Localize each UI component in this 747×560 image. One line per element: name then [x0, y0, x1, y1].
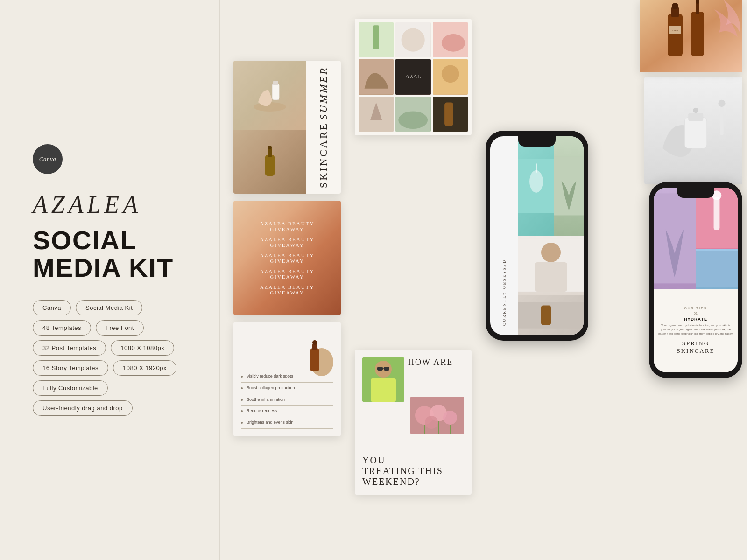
benefit-dot-3 — [241, 399, 243, 401]
obs-teal-section — [518, 136, 554, 236]
svg-point-41 — [529, 170, 543, 193]
tag-1080-sq: 1080 X 1080px — [111, 340, 174, 356]
svg-point-28 — [693, 108, 698, 113]
svg-rect-46 — [535, 262, 567, 292]
spring-desc-text: Your organs need hydration to function, … — [658, 323, 733, 336]
obsessed-text: CURRENTLY OBSESSED — [502, 259, 507, 326]
hand-serum-illustration — [251, 79, 289, 112]
person-photo-illustration — [362, 357, 404, 402]
how-title-section: HOW ARE — [408, 357, 464, 368]
svg-point-23 — [399, 111, 428, 129]
how-title-text: HOW ARE — [408, 357, 464, 368]
product-bar-illustration — [518, 295, 584, 335]
svg-rect-37 — [691, 12, 704, 56]
person-illustration — [518, 236, 584, 295]
how-flowers-photo — [410, 397, 464, 434]
mosaic-cell-1 — [359, 22, 394, 57]
svg-rect-29 — [720, 104, 724, 135]
bottle-illustration — [296, 329, 333, 376]
tag-16-story: 16 Story Templates — [33, 360, 108, 376]
tag-canva: Canva — [33, 300, 71, 315]
phone-screen-spring: OUR TIPS 01 HYDRATE Your organs need hyd… — [654, 188, 738, 372]
svg-rect-2 — [273, 81, 278, 85]
kit-title-line2: MEDIA KIT — [33, 254, 191, 282]
tag-48-templates: 48 Templates — [33, 320, 91, 336]
svg-rect-11 — [373, 25, 379, 49]
how-subtitle: YOUTREATING THISWEEKEND? — [362, 455, 464, 487]
svg-rect-38 — [696, 2, 699, 14]
spring-screen-layout: OUR TIPS 01 HYDRATE Your organs need hyd… — [654, 188, 738, 372]
tag-1080-tall: 1080 X 1920px — [113, 360, 176, 376]
svg-point-63 — [443, 411, 457, 425]
canva-badge: Canva — [33, 144, 63, 174]
how-top-section: HOW ARE — [362, 357, 464, 402]
svg-text:AZAL: AZAL — [405, 74, 421, 80]
summer-top-image — [233, 61, 306, 130]
svg-point-15 — [441, 34, 465, 52]
svg-rect-27 — [688, 113, 703, 121]
phone-notch-1 — [518, 136, 556, 147]
svg-point-39 — [696, 0, 699, 4]
svg-point-34 — [672, 3, 678, 9]
right-panel: SUMMER SKINCARE AZALEA BEAUTY GIVEAWAY A… — [219, 0, 747, 560]
serum-drop-illustration — [518, 136, 554, 236]
benefit-2: Boost collagen production — [241, 383, 333, 394]
purple-section-illustration — [654, 188, 696, 289]
svg-rect-57 — [377, 367, 383, 371]
summer-inner: SUMMER SKINCARE — [233, 61, 341, 194]
svg-point-30 — [718, 100, 725, 107]
brand-name: AZALEA — [33, 191, 191, 218]
spring-tips-label: OUR TIPS — [684, 307, 707, 310]
blue-section-illustration — [696, 249, 738, 289]
spring-top-section — [654, 188, 738, 289]
spring-blue-section — [696, 249, 738, 289]
svg-point-13 — [402, 28, 425, 52]
svg-rect-58 — [384, 367, 389, 371]
giveaway-line-3: AZALEA BEAUTY GIVEAWAY — [243, 252, 331, 264]
spring-hydrate-label: HYDRATE — [684, 317, 707, 322]
card-benefits: Visibly reduce dark spots Boost collagen… — [233, 322, 341, 436]
tag-32-post: 32 Post Templates — [33, 340, 106, 356]
summer-bottom-image — [233, 130, 306, 194]
obsessed-screen-layout: CURRENTLY OBSESSED — [490, 136, 584, 335]
hand-serum-gray-illustration — [649, 88, 738, 174]
svg-rect-51 — [714, 197, 720, 230]
obs-person-section — [518, 236, 584, 295]
summer-images — [233, 61, 306, 194]
how-person-photo — [362, 357, 404, 402]
svg-point-5 — [268, 146, 272, 149]
spring-purple-section — [654, 188, 696, 289]
summer-text: SUMMER — [317, 66, 330, 119]
mosaic-cell-7 — [359, 97, 394, 132]
svg-rect-7 — [310, 348, 319, 371]
tag-row-4: 16 Story Templates 1080 X 1920px — [33, 360, 176, 376]
svg-rect-32 — [668, 14, 683, 56]
mosaic-cell-4 — [359, 59, 394, 94]
left-panel: Canva AZALEA SOCIAL MEDIA KIT Canva Soci… — [0, 0, 219, 560]
tag-free-font: Free Font — [96, 320, 144, 336]
mosaic-cell-5: AZAL — [395, 59, 430, 94]
benefit-dot-4 — [241, 410, 243, 412]
svg-rect-26 — [684, 118, 706, 148]
card-how-are-you: HOW ARE YOUTREATING THISWEEKEND? — [355, 350, 472, 495]
obs-product-section — [518, 295, 584, 335]
svg-point-9 — [312, 340, 317, 345]
benefit-5: Brightens and evens skin — [241, 417, 333, 429]
phone-notch-2 — [677, 188, 714, 198]
phone-frame-1: CURRENTLY OBSESSED — [486, 131, 588, 341]
giveaway-line-4: AZALEA BEAUTY GIVEAWAY — [243, 268, 331, 280]
tag-row-1: Canva Social Media Kit — [33, 300, 142, 315]
giveaway-line-2: AZALEA BEAUTY GIVEAWAY — [243, 237, 331, 248]
benefit-3: Soothe inflammation — [241, 394, 333, 406]
benefit-dot-5 — [241, 422, 243, 424]
tag-social-media-kit: Social Media Kit — [76, 300, 142, 315]
mosaic-cell-6 — [433, 59, 468, 94]
dropper-bottle-illustration — [256, 146, 284, 178]
tag-drag-drop: User-friendly drag and drop — [33, 400, 133, 416]
phone-screen-obsessed: CURRENTLY OBSESSED — [490, 136, 584, 335]
benefit-4: Reduce redness — [241, 406, 333, 417]
benefits-list: Visibly reduce dark spots Boost collagen… — [241, 371, 333, 429]
obsessed-bottom-section — [518, 236, 584, 335]
phone-currently-obsessed: CURRENTLY OBSESSED — [486, 131, 588, 341]
spring-pink-section — [696, 188, 738, 289]
